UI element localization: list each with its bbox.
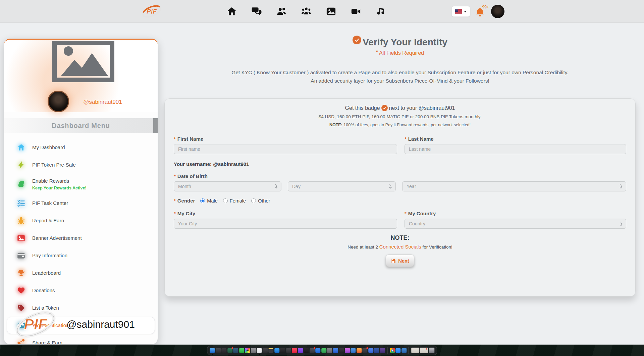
running-indicator bbox=[212, 354, 213, 355]
gender-other-radio[interactable]: Other bbox=[251, 198, 270, 204]
sidebar-item-label: Pay Information bbox=[32, 253, 67, 258]
window-thumb-1[interactable] bbox=[411, 348, 419, 353]
radio-icon bbox=[223, 198, 228, 203]
dock-app-globe-app[interactable] bbox=[401, 348, 407, 353]
country-label: *My Country bbox=[405, 211, 626, 216]
dock-app-utility[interactable] bbox=[327, 348, 332, 353]
dock-app-settings[interactable] bbox=[339, 348, 344, 353]
kyc-form: *First Name *Last Name Your username: @s… bbox=[174, 136, 626, 267]
page-title: Verify Your Identity bbox=[363, 37, 447, 48]
last-name-label: *Last Name bbox=[405, 136, 626, 142]
dock-app-dev-green[interactable] bbox=[227, 348, 232, 353]
sidebar-item-banner-advertisement[interactable]: Banner Advertisement bbox=[4, 229, 158, 247]
dock-app-appstore[interactable] bbox=[315, 348, 320, 353]
first-name-label: *First Name bbox=[174, 136, 397, 142]
window-thumb-2[interactable] bbox=[420, 348, 428, 353]
notification-dot bbox=[231, 347, 233, 349]
kyc-form-card: Get this badgenext to your @sabinraut901… bbox=[164, 98, 636, 297]
coins-icon bbox=[17, 180, 25, 188]
dock-app-podcasts[interactable] bbox=[298, 348, 303, 353]
dob-label: *Date of Birth bbox=[174, 173, 626, 179]
sidebar-item-leaderboard[interactable]: Leaderboard bbox=[4, 264, 158, 282]
bug-icon bbox=[17, 216, 25, 225]
dock-separator bbox=[387, 347, 387, 354]
first-name-input[interactable] bbox=[174, 144, 397, 154]
running-indicator bbox=[397, 354, 398, 355]
city-input[interactable] bbox=[174, 219, 397, 229]
country-select[interactable]: Country bbox=[405, 219, 626, 229]
dock-app-news[interactable] bbox=[310, 348, 315, 353]
browser-page: PIF 99+ bbox=[0, 0, 644, 345]
sidebar-item-share-earn[interactable]: Share & Earn bbox=[4, 334, 158, 344]
verification-note: NOTE: Need at least 2 Connected Socials … bbox=[174, 234, 626, 250]
radio-selected-icon bbox=[200, 198, 205, 203]
running-indicator bbox=[259, 354, 260, 355]
pricing-line: $4 USD, 160.00 ETH PIF, 160.00 MATIC PIF… bbox=[174, 114, 626, 119]
sidebar-item-pif-task-center[interactable]: PIF Task Center bbox=[4, 194, 158, 212]
gender-male-radio[interactable]: Male bbox=[200, 198, 217, 204]
dock-app-vm[interactable] bbox=[362, 348, 367, 353]
dock-app-launchpad[interactable] bbox=[216, 348, 221, 353]
dock-app-maps[interactable] bbox=[321, 348, 326, 353]
sidebar-item-my-dashboard[interactable]: My Dashboard bbox=[4, 139, 158, 156]
last-name-input[interactable] bbox=[405, 144, 626, 154]
menu-header-title: Dashboard Menu bbox=[52, 122, 110, 130]
bolt-icon bbox=[17, 161, 25, 169]
dock-app-chrome[interactable] bbox=[390, 348, 395, 353]
dock-app-music-app[interactable] bbox=[292, 348, 297, 353]
note-title: NOTE: bbox=[174, 234, 626, 241]
kyc-main: Verify Your Identity *All Fields Require… bbox=[164, 0, 636, 297]
dock-app-calendar[interactable] bbox=[257, 348, 262, 353]
dob-year-select[interactable]: Year bbox=[402, 181, 626, 191]
dock-app-pages[interactable] bbox=[351, 348, 356, 353]
sidebar-item-pif-token-pre-sale[interactable]: PIF Token Pre-Sale bbox=[4, 156, 158, 174]
dock-app-phone-mirror[interactable] bbox=[368, 348, 373, 353]
sidebar-item-donations[interactable]: Donations bbox=[4, 282, 158, 299]
dock-app-messages[interactable] bbox=[239, 348, 244, 353]
dock-app-tv[interactable] bbox=[304, 348, 309, 353]
dock-app-notes[interactable] bbox=[268, 348, 273, 353]
sidebar-item-list-a-token[interactable]: List a Token bbox=[4, 299, 158, 317]
dob-day-select[interactable]: Day bbox=[288, 181, 396, 191]
sidebar-item-kyc-verification[interactable]: KYC Verification bbox=[7, 317, 155, 334]
pif-logo[interactable]: PIF bbox=[141, 3, 162, 20]
sidebar-item-pay-information[interactable]: Pay Information bbox=[4, 247, 158, 264]
select-arrow-icon bbox=[619, 184, 623, 189]
svg-text:PIF: PIF bbox=[147, 8, 157, 15]
connected-socials-link[interactable]: Connected Socials bbox=[379, 244, 421, 250]
dock-app-safari[interactable] bbox=[274, 348, 279, 353]
dock-app-reminders[interactable] bbox=[263, 348, 268, 353]
sidebar-item-label: Banner Advertisement bbox=[32, 235, 82, 241]
save-icon bbox=[391, 258, 396, 263]
dock-app-blue-app[interactable] bbox=[374, 348, 379, 353]
gender-female-radio[interactable]: Female bbox=[223, 198, 246, 204]
dock-app-photos-app[interactable] bbox=[245, 348, 250, 353]
dock-app-docs[interactable] bbox=[333, 348, 338, 353]
idcard-icon bbox=[17, 321, 26, 330]
cover-image-placeholder-icon[interactable] bbox=[52, 41, 115, 88]
username-line: Your username: @sabinraut901 bbox=[174, 161, 626, 167]
next-button[interactable]: Next bbox=[386, 255, 414, 267]
trash-icon[interactable] bbox=[429, 348, 434, 353]
sidebar-item-report-earn[interactable]: Report & Earn bbox=[4, 212, 158, 229]
dock-app-zoom-app[interactable] bbox=[395, 348, 400, 353]
select-arrow-icon bbox=[619, 221, 623, 226]
sidebar-menu: My DashboardPIF Token Pre-SaleEnable Rew… bbox=[4, 133, 158, 344]
dock-app-system[interactable] bbox=[280, 348, 285, 353]
dob-month-select[interactable]: Month bbox=[174, 181, 281, 191]
dock-app-contacts[interactable] bbox=[251, 348, 256, 353]
dock-app-mail[interactable] bbox=[221, 348, 226, 353]
scrollbar-thumb[interactable] bbox=[153, 118, 158, 133]
image-icon bbox=[17, 234, 25, 242]
dock-app-github[interactable] bbox=[380, 348, 385, 353]
sidebar-item-label: Share & Earn bbox=[32, 340, 62, 344]
notification-dot bbox=[366, 347, 368, 349]
dock-app-finder[interactable] bbox=[210, 348, 215, 353]
dock-app-books[interactable] bbox=[286, 348, 291, 353]
dock-app-firefox[interactable] bbox=[357, 348, 362, 353]
sidebar-item-enable-rewards[interactable]: Enable RewardsKeep Your Rewards Active! bbox=[4, 174, 158, 194]
dock-app-testflight[interactable] bbox=[233, 348, 238, 353]
dock-app-apps[interactable] bbox=[345, 348, 350, 353]
badge-check-icon bbox=[381, 105, 388, 111]
all-fields-required-note: *All Fields Required bbox=[164, 50, 636, 56]
